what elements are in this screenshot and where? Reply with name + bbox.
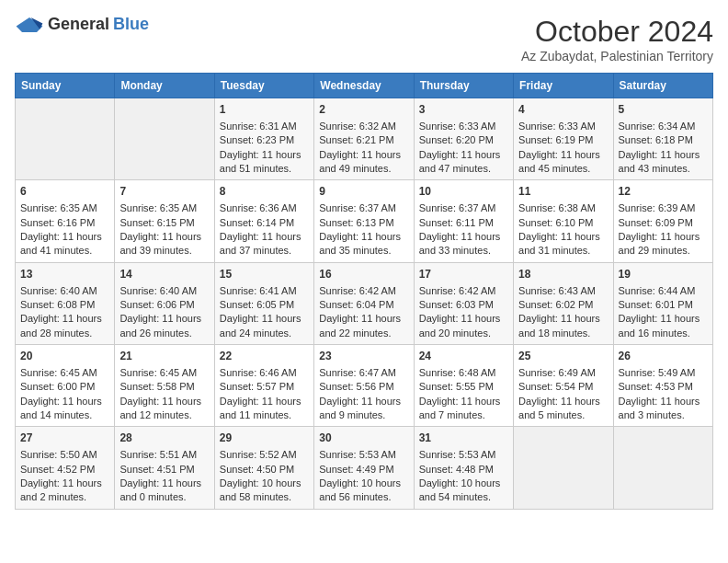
sunset-text: Sunset: 6:19 PM bbox=[518, 133, 608, 147]
sunrise-text: Sunrise: 6:45 AM bbox=[20, 366, 109, 380]
sunrise-text: Sunrise: 6:43 AM bbox=[518, 284, 608, 298]
sunset-text: Sunset: 6:00 PM bbox=[20, 380, 109, 394]
calendar-cell bbox=[16, 98, 115, 180]
sunset-text: Sunset: 5:54 PM bbox=[518, 380, 608, 394]
day-number: 30 bbox=[319, 431, 408, 446]
calendar-cell: 22Sunrise: 6:46 AMSunset: 5:57 PMDayligh… bbox=[214, 345, 313, 427]
calendar-cell: 25Sunrise: 6:49 AMSunset: 5:54 PMDayligh… bbox=[514, 345, 613, 427]
daylight-text: Daylight: 11 hours and 49 minutes. bbox=[319, 148, 408, 177]
sunrise-text: Sunrise: 6:46 AM bbox=[220, 366, 309, 380]
calendar-cell: 28Sunrise: 5:51 AMSunset: 4:51 PMDayligh… bbox=[115, 427, 214, 509]
day-number: 12 bbox=[619, 184, 708, 200]
sunset-text: Sunset: 6:06 PM bbox=[119, 298, 209, 312]
day-number: 20 bbox=[20, 349, 109, 364]
sunset-text: Sunset: 6:14 PM bbox=[220, 216, 309, 230]
daylight-text: Daylight: 11 hours and 26 minutes. bbox=[119, 312, 209, 340]
daylight-text: Daylight: 11 hours and 16 minutes. bbox=[619, 312, 708, 340]
sunrise-text: Sunrise: 6:33 AM bbox=[518, 120, 608, 133]
col-header-thursday: Thursday bbox=[414, 74, 513, 98]
day-number: 8 bbox=[220, 184, 309, 200]
sunset-text: Sunset: 5:58 PM bbox=[119, 380, 209, 394]
sunset-text: Sunset: 6:16 PM bbox=[20, 216, 109, 230]
sunrise-text: Sunrise: 6:42 AM bbox=[419, 284, 508, 298]
sunrise-text: Sunrise: 6:34 AM bbox=[619, 120, 708, 133]
daylight-text: Daylight: 11 hours and 7 minutes. bbox=[419, 395, 508, 423]
sunset-text: Sunset: 6:05 PM bbox=[220, 298, 309, 312]
logo: General Blue bbox=[15, 15, 149, 34]
day-number: 7 bbox=[119, 184, 209, 200]
sunrise-text: Sunrise: 6:35 AM bbox=[119, 201, 209, 215]
day-number: 29 bbox=[220, 431, 309, 446]
calendar-cell: 11Sunrise: 6:38 AMSunset: 6:10 PMDayligh… bbox=[514, 180, 613, 262]
calendar-cell: 8Sunrise: 6:36 AMSunset: 6:14 PMDaylight… bbox=[214, 180, 313, 262]
logo-icon bbox=[15, 16, 44, 34]
day-number: 31 bbox=[419, 431, 508, 446]
col-header-monday: Monday bbox=[115, 74, 214, 98]
sunset-text: Sunset: 4:49 PM bbox=[319, 463, 408, 477]
sunset-text: Sunset: 6:08 PM bbox=[20, 298, 109, 312]
day-number: 5 bbox=[619, 102, 708, 118]
daylight-text: Daylight: 11 hours and 20 minutes. bbox=[419, 312, 508, 340]
sunset-text: Sunset: 5:56 PM bbox=[319, 380, 408, 394]
sunrise-text: Sunrise: 5:52 AM bbox=[220, 448, 309, 462]
sunset-text: Sunset: 6:03 PM bbox=[419, 298, 508, 312]
day-number: 23 bbox=[319, 349, 408, 364]
logo-general: General bbox=[48, 15, 109, 34]
sunrise-text: Sunrise: 5:51 AM bbox=[119, 448, 209, 462]
daylight-text: Daylight: 11 hours and 5 minutes. bbox=[518, 395, 608, 423]
sunrise-text: Sunrise: 5:53 AM bbox=[419, 448, 508, 462]
col-header-friday: Friday bbox=[514, 74, 613, 98]
daylight-text: Daylight: 11 hours and 31 minutes. bbox=[518, 230, 608, 259]
day-number: 9 bbox=[319, 184, 408, 200]
daylight-text: Daylight: 10 hours and 56 minutes. bbox=[319, 477, 408, 505]
daylight-text: Daylight: 11 hours and 29 minutes. bbox=[619, 230, 708, 259]
day-number: 15 bbox=[220, 267, 309, 282]
sunrise-text: Sunrise: 6:36 AM bbox=[220, 201, 309, 215]
calendar-cell bbox=[613, 427, 712, 509]
logo-blue: Blue bbox=[113, 15, 149, 34]
calendar-cell: 23Sunrise: 6:47 AMSunset: 5:56 PMDayligh… bbox=[314, 345, 414, 427]
day-number: 10 bbox=[419, 184, 508, 200]
calendar-cell: 3Sunrise: 6:33 AMSunset: 6:20 PMDaylight… bbox=[414, 98, 513, 180]
sunrise-text: Sunrise: 6:33 AM bbox=[419, 120, 508, 133]
calendar-cell: 17Sunrise: 6:42 AMSunset: 6:03 PMDayligh… bbox=[414, 262, 513, 344]
day-number: 17 bbox=[419, 267, 508, 282]
calendar-cell: 31Sunrise: 5:53 AMSunset: 4:48 PMDayligh… bbox=[414, 427, 513, 509]
day-number: 2 bbox=[319, 102, 408, 118]
sunset-text: Sunset: 6:11 PM bbox=[419, 216, 508, 230]
daylight-text: Daylight: 11 hours and 14 minutes. bbox=[20, 395, 109, 423]
sunrise-text: Sunrise: 6:41 AM bbox=[220, 284, 309, 298]
calendar-cell: 18Sunrise: 6:43 AMSunset: 6:02 PMDayligh… bbox=[514, 262, 613, 344]
calendar-cell: 10Sunrise: 6:37 AMSunset: 6:11 PMDayligh… bbox=[414, 180, 513, 262]
day-number: 1 bbox=[220, 102, 309, 118]
sunrise-text: Sunrise: 6:47 AM bbox=[319, 366, 408, 380]
sunset-text: Sunset: 4:53 PM bbox=[619, 380, 708, 394]
day-number: 27 bbox=[20, 431, 109, 446]
calendar-cell: 12Sunrise: 6:39 AMSunset: 6:09 PMDayligh… bbox=[613, 180, 712, 262]
day-number: 16 bbox=[319, 267, 408, 282]
sunrise-text: Sunrise: 6:48 AM bbox=[419, 366, 508, 380]
sunrise-text: Sunrise: 6:32 AM bbox=[319, 120, 408, 133]
sunrise-text: Sunrise: 6:49 AM bbox=[518, 366, 608, 380]
sunset-text: Sunset: 6:01 PM bbox=[619, 298, 708, 312]
calendar-cell: 15Sunrise: 6:41 AMSunset: 6:05 PMDayligh… bbox=[214, 262, 313, 344]
calendar-cell: 6Sunrise: 6:35 AMSunset: 6:16 PMDaylight… bbox=[16, 180, 115, 262]
calendar-cell: 2Sunrise: 6:32 AMSunset: 6:21 PMDaylight… bbox=[314, 98, 414, 180]
calendar-cell bbox=[514, 427, 613, 509]
sunrise-text: Sunrise: 6:44 AM bbox=[619, 284, 708, 298]
sunrise-text: Sunrise: 6:40 AM bbox=[119, 284, 209, 298]
sunset-text: Sunset: 4:52 PM bbox=[20, 463, 109, 477]
day-number: 13 bbox=[20, 267, 109, 282]
calendar-cell: 13Sunrise: 6:40 AMSunset: 6:08 PMDayligh… bbox=[16, 262, 115, 344]
day-number: 26 bbox=[619, 349, 708, 364]
day-number: 28 bbox=[119, 431, 209, 446]
sunset-text: Sunset: 6:20 PM bbox=[419, 133, 508, 147]
daylight-text: Daylight: 11 hours and 22 minutes. bbox=[319, 312, 408, 340]
sunset-text: Sunset: 5:55 PM bbox=[419, 380, 508, 394]
calendar-cell: 27Sunrise: 5:50 AMSunset: 4:52 PMDayligh… bbox=[16, 427, 115, 509]
calendar-cell: 16Sunrise: 6:42 AMSunset: 6:04 PMDayligh… bbox=[314, 262, 414, 344]
day-number: 24 bbox=[419, 349, 508, 364]
sunrise-text: Sunrise: 6:40 AM bbox=[20, 284, 109, 298]
daylight-text: Daylight: 11 hours and 45 minutes. bbox=[518, 148, 608, 177]
day-number: 22 bbox=[220, 349, 309, 364]
